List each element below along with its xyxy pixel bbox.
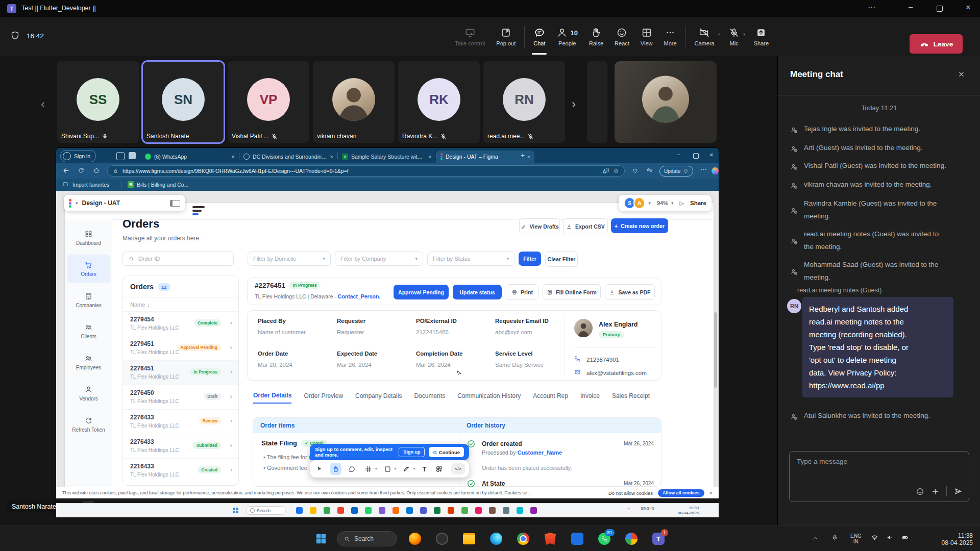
sidebar-item-orders[interactable]: Orders [67, 255, 110, 283]
browser-tab-2[interactable]: DC Divisions and Surroundings× [239, 151, 337, 163]
send-icon[interactable] [953, 487, 963, 496]
react-button[interactable]: React [609, 20, 635, 53]
pop-out-button[interactable]: Pop out [491, 20, 521, 53]
blue-app-icon[interactable] [571, 532, 584, 546]
taskbar-search[interactable]: Search [337, 531, 397, 546]
approval-pending-button[interactable]: Approval Pending [394, 285, 449, 299]
participant-tile-2[interactable]: SNSantosh Narate [142, 61, 224, 143]
participant-tile-1[interactable]: SSShivani Sup... [57, 61, 139, 143]
teams-icon[interactable]: T1 [652, 532, 665, 546]
filter-button[interactable]: Filter [519, 252, 541, 266]
chat-input[interactable]: Type a message [789, 451, 969, 502]
dev-mode-toggle[interactable]: </> [451, 463, 465, 474]
shared-clock[interactable]: 11:38 08-04-2025 [678, 506, 699, 516]
shared-app-icon-4[interactable] [337, 507, 344, 514]
participant-tile-6[interactable]: RNread.ai mee... [483, 61, 565, 143]
shared-app-icon-12[interactable] [448, 507, 454, 514]
frame-tool-icon[interactable] [363, 463, 374, 475]
people-button[interactable]: 10People [551, 20, 583, 53]
order-row-2279454[interactable]: 2279454TL Flex Holdings LLCComplete› [123, 311, 238, 336]
cookie-close-icon[interactable]: × [709, 490, 713, 496]
hand-tool-icon[interactable] [330, 463, 341, 475]
shared-app-icon-3[interactable] [324, 507, 330, 514]
view-button[interactable]: View [635, 20, 658, 53]
shared-app-icon-16[interactable] [503, 507, 509, 514]
tab-account-rep[interactable]: Account Rep [533, 392, 568, 403]
order-row-2276450[interactable]: 2276450TL Flex Holdings LLCDraft› [123, 385, 238, 409]
move-tool-icon[interactable] [314, 463, 325, 475]
tray-expand-icon[interactable] [812, 535, 819, 542]
battery-icon[interactable] [901, 534, 909, 541]
volume-icon[interactable] [886, 534, 894, 541]
leave-button[interactable]: Leave [910, 34, 963, 54]
browser-tab-1[interactable]: (6) WhatsApp× [141, 151, 239, 163]
shape-tool-icon[interactable] [382, 463, 393, 475]
shared-app-icon-9[interactable] [406, 507, 413, 514]
shared-app-icon-7[interactable] [379, 507, 385, 514]
column-header-name[interactable]: Name [130, 302, 145, 308]
sort-down-icon[interactable]: ↓ [147, 302, 150, 308]
start-button[interactable] [315, 533, 327, 544]
file-explorer-icon[interactable] [462, 532, 476, 546]
shared-app-icon-5[interactable] [351, 507, 358, 514]
comment-tool-icon[interactable] [347, 463, 358, 475]
chat-button[interactable]: Chat [528, 20, 551, 53]
tab-actions-icon[interactable] [116, 152, 125, 160]
filmstrip-scroll-right-icon[interactable]: › [572, 97, 576, 111]
google-app-icon[interactable] [625, 532, 638, 546]
shared-app-icon-10[interactable] [420, 507, 427, 514]
workspaces-icon[interactable] [129, 152, 136, 159]
more-button[interactable]: More [658, 20, 682, 53]
chevron-right-icon[interactable]: › [230, 319, 232, 327]
filter-dropdown-1[interactable]: Filter by Domicile▾ [248, 252, 331, 266]
customer-name-link[interactable]: Customer_Name [518, 449, 562, 456]
tab-invoice[interactable]: Invoice [580, 392, 600, 403]
chevron-down-icon[interactable]: ▾ [648, 201, 651, 206]
home-icon[interactable] [93, 167, 100, 174]
zoom-level[interactable]: 94% [657, 200, 668, 206]
chevron-down-icon[interactable]: ▾ [76, 201, 78, 206]
sidebar-item-companies[interactable]: Companies [67, 286, 110, 314]
export-csv-button[interactable]: Export CSV [563, 218, 608, 234]
camera-button[interactable]: Camera [689, 20, 720, 53]
participant-tile-partial[interactable] [587, 61, 607, 143]
browser-minimize-icon[interactable]: – [677, 151, 680, 158]
tab-company-details[interactable]: Company Details [355, 392, 402, 403]
reload-icon[interactable] [78, 167, 85, 174]
whatsapp-icon[interactable]: 81 [598, 532, 611, 546]
firefox-icon[interactable] [408, 532, 422, 546]
present-icon[interactable]: ▷ [680, 200, 684, 207]
filmstrip-scroll-left-icon[interactable]: ‹ [41, 97, 45, 111]
signup-button[interactable]: Sign up [399, 447, 425, 457]
pen-tool-icon[interactable] [401, 463, 412, 475]
participant-tile-video[interactable] [615, 61, 717, 143]
window-minimize-icon[interactable]: – [909, 2, 913, 11]
sidebar-item-refresh-token[interactable]: Refresh Token [67, 410, 110, 439]
browser-tab-4[interactable]: Design - UAT – Figma× [436, 151, 534, 163]
shared-app-icon-18[interactable] [530, 507, 537, 514]
tab-order-details[interactable]: Order Details [253, 392, 291, 404]
filter-dropdown-3[interactable]: Filter by Status▾ [427, 252, 514, 266]
shared-start-icon[interactable] [232, 507, 239, 514]
chevron-down-icon[interactable]: ▾ [671, 201, 674, 206]
bookmark-import[interactable]: Import favorites [72, 182, 109, 188]
shared-app-icon-2[interactable] [310, 507, 316, 514]
tab-documents[interactable]: Documents [414, 392, 445, 403]
window-close-icon[interactable]: × [966, 3, 970, 12]
clear-filter-button[interactable]: Clear Filter [545, 252, 578, 267]
update-button[interactable]: Update [659, 166, 693, 177]
chrome-icon[interactable] [517, 532, 530, 546]
tab-sales-receipt[interactable]: Sales Receipt [612, 392, 650, 403]
allow-cookies-button[interactable]: Allow all cookies [658, 489, 704, 497]
google-continue-button[interactable]: G Continue [429, 447, 464, 457]
tab-close-icon[interactable]: × [330, 154, 333, 160]
contact-phone[interactable]: 2123874901 [586, 357, 619, 363]
shared-tray-chevron-icon[interactable]: ⌃ [627, 508, 631, 513]
figma-share-button[interactable]: Share [690, 200, 706, 206]
shared-app-icon-13[interactable] [461, 507, 468, 514]
shared-app-icon-11[interactable] [434, 507, 440, 514]
order-row-2276451[interactable]: 2276451TL Flex Holdings LLCIn Progress› [123, 360, 238, 385]
participant-tile-5[interactable]: RKRavindra K... [398, 61, 480, 143]
participant-tile-3[interactable]: VPVishal Patil ... [228, 61, 309, 143]
sidebar-item-employees[interactable]: Employees [67, 348, 110, 377]
